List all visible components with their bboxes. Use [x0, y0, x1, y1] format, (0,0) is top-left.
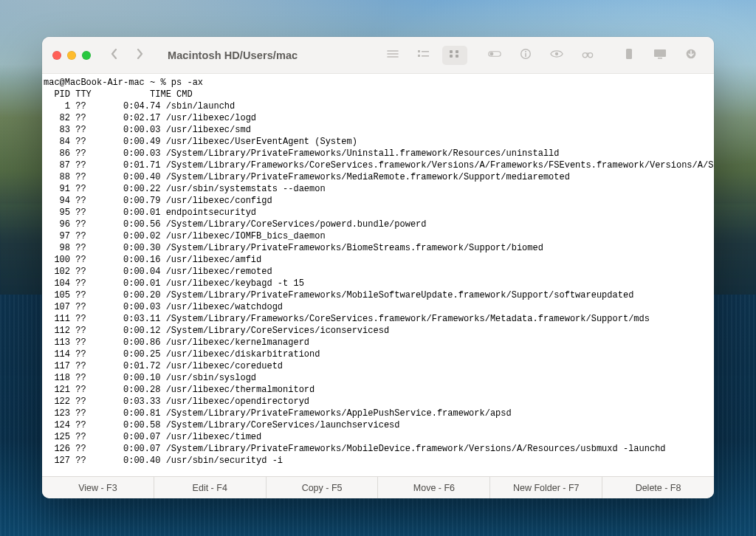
eye-icon	[550, 48, 563, 63]
svg-rect-6	[422, 55, 429, 57]
zoom-window-button[interactable]	[82, 51, 91, 60]
terminal-output[interactable]: mac@MacBook-Air-mac ~ % ps -ax PID TTY T…	[42, 74, 714, 476]
path-title: Macintosh HD/Users/mac	[168, 49, 298, 61]
footer-newfolder-button[interactable]: New Folder - F7	[490, 477, 602, 498]
download-button[interactable]	[678, 46, 704, 65]
toolbar-actions-group	[482, 46, 704, 65]
minimize-window-button[interactable]	[67, 51, 76, 60]
view-grid-button[interactable]	[442, 46, 467, 65]
grid-icon	[448, 48, 461, 63]
svg-rect-4	[418, 55, 420, 57]
svg-point-14	[525, 51, 526, 52]
footer-delete-button[interactable]: Delete - F8	[602, 477, 714, 498]
footer-bar: View - F3 Edit - F4 Copy - F5 Move - F6 …	[42, 476, 714, 498]
svg-rect-15	[525, 53, 526, 57]
view-list-button[interactable]	[380, 46, 405, 65]
footer-view-button[interactable]: View - F3	[42, 477, 154, 498]
view-columns-button[interactable]	[411, 46, 436, 65]
footer-edit-button[interactable]: Edit - F4	[154, 477, 267, 498]
info-icon	[519, 48, 532, 63]
file-manager-window: Macintosh HD/Users/mac	[42, 37, 714, 498]
toggle-icon	[488, 48, 501, 63]
svg-rect-7	[450, 50, 453, 53]
download-icon	[684, 48, 698, 63]
columns-icon	[417, 48, 430, 63]
chevron-left-icon	[111, 49, 118, 62]
svg-point-16	[555, 52, 558, 55]
svg-rect-10	[456, 55, 458, 58]
svg-rect-20	[654, 49, 666, 57]
preview-button[interactable]	[544, 46, 569, 65]
svg-point-12	[489, 52, 493, 55]
nav-back-button[interactable]	[106, 47, 123, 64]
nav-forward-button[interactable]	[131, 47, 148, 64]
svg-rect-5	[422, 51, 429, 52]
list-icon	[386, 48, 399, 63]
info-button[interactable]	[513, 46, 538, 65]
svg-rect-3	[418, 50, 420, 52]
search-button[interactable]	[575, 46, 600, 65]
terminal-icon	[622, 48, 636, 63]
terminal-button[interactable]	[616, 46, 642, 65]
binoculars-icon	[581, 48, 594, 63]
toggle-switch-button[interactable]	[482, 46, 507, 65]
toolbar-view-group	[380, 46, 467, 65]
chevron-right-icon	[136, 49, 143, 62]
svg-rect-19	[626, 49, 632, 59]
close-window-button[interactable]	[52, 51, 61, 60]
footer-move-button[interactable]: Move - F6	[378, 477, 490, 498]
svg-rect-8	[456, 50, 458, 53]
svg-rect-21	[658, 58, 662, 59]
monitor-icon	[653, 48, 667, 63]
desktop-button[interactable]	[647, 46, 673, 65]
svg-rect-9	[450, 55, 453, 58]
footer-copy-button[interactable]: Copy - F5	[267, 477, 379, 498]
window-controls	[52, 51, 91, 60]
titlebar: Macintosh HD/Users/mac	[42, 37, 714, 74]
